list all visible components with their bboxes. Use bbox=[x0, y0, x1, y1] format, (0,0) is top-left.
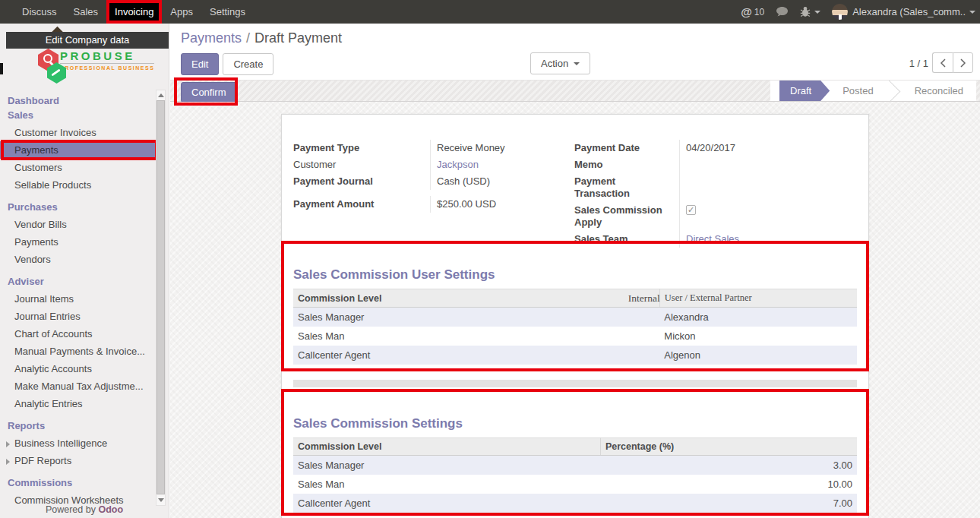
table-row[interactable]: Sales Manager Alexandra bbox=[293, 308, 857, 327]
edit-company-tooltip: Edit Company data bbox=[6, 32, 169, 49]
cell-level: Callcenter Agent bbox=[293, 346, 659, 365]
breadcrumb-payments-link[interactable]: Payments bbox=[181, 30, 242, 46]
cell-user: Alexandra bbox=[659, 308, 857, 327]
column-header-commission-level[interactable]: Commission Level bbox=[293, 289, 659, 308]
sidebar-item-payments-purchase[interactable]: Payments bbox=[0, 233, 156, 251]
field-label: Payment Date bbox=[574, 140, 679, 156]
field-value bbox=[679, 156, 857, 173]
sidebar-item-commission-worksheets[interactable]: Commission Worksheets bbox=[0, 491, 156, 504]
sidebar-heading-reports[interactable]: Reports bbox=[0, 417, 156, 434]
scrollbar-thumb[interactable] bbox=[156, 100, 165, 494]
scroll-up-button[interactable] bbox=[156, 90, 165, 100]
field-label: Payment Type bbox=[293, 140, 430, 156]
cell-level: Sales Man bbox=[293, 327, 659, 346]
content-area: Payment Type Receive Money Customer Jack… bbox=[170, 102, 980, 518]
nav-discuss[interactable]: Discuss bbox=[14, 0, 65, 24]
table-row[interactable]: Sales Man 10.00 bbox=[293, 475, 857, 494]
chat-icon bbox=[776, 6, 789, 17]
sidebar-scrollbar[interactable] bbox=[156, 90, 166, 506]
column-header-commission-level[interactable]: Commission Level bbox=[293, 438, 600, 456]
user-name: Alexandra (Sales_comm.. bbox=[852, 6, 966, 17]
inbox-indicator[interactable]: @ 10 bbox=[741, 5, 764, 18]
sidebar-heading-commissions[interactable]: Commissions bbox=[0, 474, 156, 491]
odoo-brand-link[interactable]: Odoo bbox=[98, 504, 123, 515]
customer-link[interactable]: Jackpson bbox=[437, 159, 479, 170]
chevron-right-icon bbox=[959, 58, 966, 68]
confirm-button[interactable]: Confirm bbox=[181, 82, 237, 103]
chevron-left-icon bbox=[940, 58, 947, 68]
sidebar-item-vendor-bills[interactable]: Vendor Bills bbox=[0, 216, 156, 233]
table-row[interactable]: Callcenter Agent Algenon bbox=[293, 346, 857, 365]
form-sheet: Payment Type Receive Money Customer Jack… bbox=[281, 114, 869, 518]
nav-settings[interactable]: Settings bbox=[201, 0, 254, 24]
field-value bbox=[679, 173, 857, 202]
sidebar-item-business-intelligence[interactable]: Business Intelligence bbox=[0, 434, 156, 452]
breadcrumb-separator: / bbox=[246, 30, 250, 46]
table-row[interactable]: Callcenter Agent 7.00 bbox=[293, 494, 857, 513]
chevron-down-icon bbox=[969, 11, 975, 14]
sidebar-heading-dashboard[interactable]: Dashboard bbox=[0, 92, 156, 109]
field-memo: Memo bbox=[574, 156, 857, 173]
nav-invoicing[interactable]: Invoicing bbox=[106, 0, 162, 24]
table-row[interactable]: Sales Man Mickon bbox=[293, 327, 857, 346]
pager-next-button[interactable] bbox=[953, 52, 973, 73]
commission-settings-table: Commission Level Percentage (%) Sales Ma… bbox=[293, 437, 857, 513]
field-payment-type: Payment Type Receive Money bbox=[293, 140, 564, 156]
user-menu[interactable]: Alexandra (Sales_comm.. bbox=[832, 4, 975, 20]
sidebar-item-journal-entries[interactable]: Journal Entries bbox=[0, 308, 156, 325]
action-label: Action bbox=[541, 58, 568, 69]
sidebar-item-vendors[interactable]: Vendors bbox=[0, 251, 156, 268]
sidebar-heading-sales[interactable]: Sales bbox=[0, 109, 156, 124]
sales-commission-apply-checkbox[interactable]: ✓ bbox=[686, 205, 696, 215]
sidebar-item-analytic-accounts[interactable]: Analytic Accounts bbox=[0, 360, 156, 377]
company-logo: PROBUSE PROFESSIONAL BUSINESS bbox=[0, 49, 169, 90]
section-title: Sales Commission Settings bbox=[293, 416, 857, 431]
sidebar-item-journal-items[interactable]: Journal Items bbox=[0, 290, 156, 308]
field-payment-amount: Payment Amount $250.00 USD bbox=[293, 196, 564, 213]
expand-right-icon bbox=[6, 459, 10, 465]
sales-team-link[interactable]: Direct Sales bbox=[686, 233, 739, 245]
sidebar-item-payments[interactable]: Payments bbox=[0, 141, 156, 159]
field-payment-date: Payment Date 04/20/2017 bbox=[574, 140, 857, 156]
check-icon: ✓ bbox=[688, 204, 694, 216]
statusbar: Draft Posted Reconciled bbox=[770, 81, 976, 101]
sidebar-item-manual-payments-invoices[interactable]: Manual Payments & Invoice... bbox=[0, 343, 156, 360]
table-row[interactable]: Sales Manager 3.00 bbox=[293, 456, 857, 475]
cell-percentage: 10.00 bbox=[600, 475, 857, 494]
debug-menu[interactable] bbox=[800, 6, 820, 17]
statusbar-chevron bbox=[887, 81, 902, 101]
field-value: 04/20/2017 bbox=[679, 140, 857, 156]
field-label: Sales Team bbox=[574, 231, 679, 248]
sales-commission-settings-section: Sales Commission Settings Commission Lev… bbox=[293, 416, 857, 513]
messages-button[interactable] bbox=[776, 6, 789, 17]
cell-level: Callcenter Agent bbox=[293, 494, 600, 513]
sidebar: Edit Company data PROBUSE PROFESSIONAL B… bbox=[0, 24, 169, 518]
nav-sales[interactable]: Sales bbox=[65, 0, 107, 24]
nav-apps[interactable]: Apps bbox=[162, 0, 201, 24]
column-header-percentage[interactable]: Percentage (%) bbox=[600, 438, 857, 456]
statusbar-state-draft[interactable]: Draft bbox=[779, 81, 830, 101]
action-dropdown-button[interactable]: Action bbox=[530, 52, 590, 74]
sidebar-heading-purchases[interactable]: Purchases bbox=[0, 198, 156, 216]
edit-button[interactable]: Edit bbox=[181, 53, 219, 75]
statusbar-state-reconciled[interactable]: Reconciled bbox=[902, 81, 976, 101]
chevron-down-icon bbox=[814, 11, 820, 14]
logo-subtitle: PROFESSIONAL BUSINESS bbox=[60, 63, 154, 71]
pager-previous-button[interactable] bbox=[932, 52, 953, 73]
create-button[interactable]: Create bbox=[223, 53, 273, 75]
pager-count: 1 / 1 bbox=[909, 58, 928, 69]
sidebar-item-analytic-entries[interactable]: Analytic Entries bbox=[0, 395, 156, 412]
top-navbar: Discuss Sales Invoicing Apps Settings @ … bbox=[0, 0, 980, 24]
sidebar-item-pdf-reports[interactable]: PDF Reports bbox=[0, 452, 156, 469]
sidebar-item-make-manual-tax-adjustments[interactable]: Make Manual Tax Adjustme... bbox=[0, 377, 156, 395]
column-header-internal-user[interactable]: InternalUser / External Partner bbox=[659, 289, 857, 308]
field-value: $250.00 USD bbox=[430, 196, 564, 213]
sidebar-heading-adviser[interactable]: Adviser bbox=[0, 273, 156, 290]
list-footer-bar bbox=[293, 380, 857, 387]
sidebar-item-customers[interactable]: Customers bbox=[0, 159, 156, 176]
sidebar-item-chart-of-accounts[interactable]: Chart of Accounts bbox=[0, 325, 156, 343]
sidebar-item-customer-invoices[interactable]: Customer Invoices bbox=[0, 124, 156, 141]
sidebar-item-sellable-products[interactable]: Sellable Products bbox=[0, 176, 156, 194]
main-menu: Discuss Sales Invoicing Apps Settings bbox=[14, 0, 254, 24]
breadcrumb: Payments/Draft Payment bbox=[181, 30, 342, 46]
